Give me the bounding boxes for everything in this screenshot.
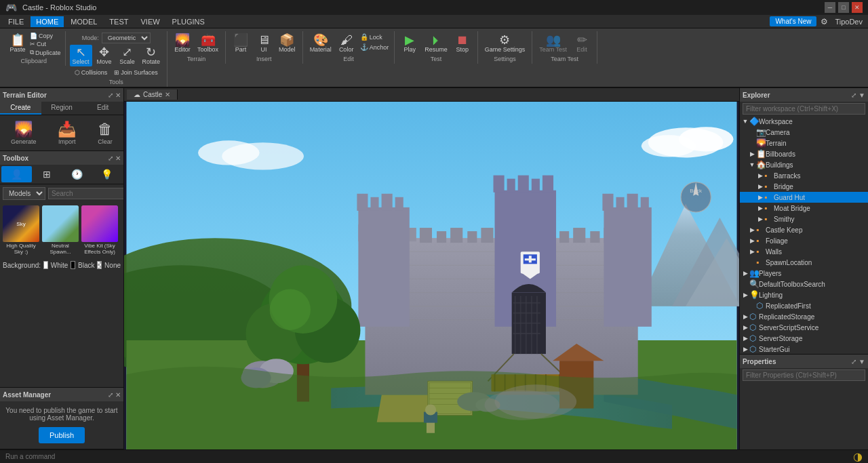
tree-castle-keep[interactable]: ▶ ▪ Castle Keep xyxy=(740,224,868,235)
minimize-button[interactable]: ─ xyxy=(825,2,835,13)
rep-storage-toggle[interactable]: ▶ xyxy=(741,313,749,320)
terrain-generate-button[interactable]: 🌄 Generate xyxy=(11,121,37,145)
model-button[interactable]: 📦 Model xyxy=(276,33,298,54)
foliage-toggle[interactable]: ▶ xyxy=(748,237,756,244)
toolbox-search-input[interactable] xyxy=(48,188,123,199)
join-surfaces-button[interactable]: ⊞ Join Surfaces xyxy=(111,68,161,77)
toolbox-float-icon[interactable]: ⤢ xyxy=(108,155,113,162)
play-button[interactable]: ▶ Play xyxy=(399,33,420,54)
toolbox-category-select[interactable]: Models xyxy=(3,187,45,200)
tree-billboards[interactable]: ▶ 📋 Billboards xyxy=(740,148,868,159)
collisions-button[interactable]: ⬡ Collisions xyxy=(72,68,111,77)
anchor-button[interactable]: ⚓ Anchor xyxy=(359,43,391,52)
menu-model[interactable]: MODEL xyxy=(65,16,102,27)
menu-home[interactable]: HOME xyxy=(31,16,64,27)
properties-collapse-icon[interactable]: ▼ xyxy=(859,358,865,365)
move-button[interactable]: ✥ Move xyxy=(94,45,115,66)
menu-test[interactable]: TEST xyxy=(104,16,134,27)
edit-team-button[interactable]: ✏ Edit xyxy=(571,33,593,54)
paste-button[interactable]: 📋 Paste xyxy=(7,33,28,56)
castle-scene[interactable]: Back xyxy=(124,102,739,449)
bg-none-swatch[interactable] xyxy=(97,261,102,269)
billboards-toggle[interactable]: ▶ xyxy=(748,150,756,157)
tree-camera[interactable]: 📷 Camera xyxy=(740,127,868,138)
whats-new-button[interactable]: What's New xyxy=(770,16,816,26)
team-test-button[interactable]: 👥 Team Test xyxy=(536,33,570,54)
maximize-button[interactable]: □ xyxy=(838,2,849,13)
bridge-toggle[interactable]: ▶ xyxy=(756,183,764,190)
terrain-editor-button[interactable]: 🌄 Editor xyxy=(172,33,193,54)
model-card-1[interactable]: Neutral Spawn... xyxy=(42,205,79,256)
resume-button[interactable]: ⏵ Resume xyxy=(422,33,450,54)
tree-moat-bridge[interactable]: ▶ ▪ Moat Bridge xyxy=(740,203,868,214)
terrain-tab-edit[interactable]: Edit xyxy=(82,102,123,115)
starter-gui-toggle[interactable]: ▶ xyxy=(741,346,749,353)
players-toggle[interactable]: ▶ xyxy=(741,270,749,277)
cut-button[interactable]: ✂Cut xyxy=(30,41,61,47)
lock-button[interactable]: 🔒 Lock xyxy=(359,33,391,41)
tree-buildings[interactable]: ▼ 🏠 Buildings xyxy=(740,159,868,170)
menu-view[interactable]: VIEW xyxy=(135,16,165,27)
color-button[interactable]: 🖌 Color xyxy=(336,33,357,54)
smithy-toggle[interactable]: ▶ xyxy=(756,216,764,222)
tree-replicated-first[interactable]: ⬡ ReplicatedFirst xyxy=(740,300,868,311)
tree-starter-gui[interactable]: ▶ ⬡ StarterGui xyxy=(740,344,868,354)
terrain-float-icon[interactable]: ⤢ xyxy=(108,92,113,99)
select-button[interactable]: ↖ Select xyxy=(70,45,92,66)
walls-toggle[interactable]: ▶ xyxy=(748,248,756,255)
terrain-tab-region[interactable]: Region xyxy=(41,102,83,115)
stop-button[interactable]: ⏹ Stop xyxy=(452,33,473,54)
viewport-tab-close[interactable]: ✕ xyxy=(165,91,170,98)
explorer-search-input[interactable] xyxy=(743,103,865,115)
tree-default-toolbox[interactable]: 🔍 DefaultToolboxSearch xyxy=(740,279,868,289)
tree-server-storage[interactable]: ▶ ⬡ ServerStorage xyxy=(740,333,868,344)
terrain-import-button[interactable]: 📥 Import xyxy=(58,121,76,145)
tree-barracks[interactable]: ▶ ▪ Barracks xyxy=(740,170,868,181)
explorer-collapse-icon[interactable]: ▼ xyxy=(859,92,865,99)
terrain-close-icon[interactable]: ✕ xyxy=(115,92,121,99)
tree-workspace[interactable]: ▼ 🔷 Workspace xyxy=(740,116,868,127)
toolbox-nav-recent[interactable]: 👤 xyxy=(1,166,32,182)
tree-spawn[interactable]: ▪ SpawnLocation xyxy=(740,257,868,268)
mode-select[interactable]: Geometric xyxy=(102,33,151,43)
viewport[interactable]: ☁ Castle ✕ xyxy=(124,88,739,449)
tree-walls[interactable]: ▶ ▪ Walls xyxy=(740,246,868,257)
toolbox-nav-starred[interactable]: 💡 xyxy=(92,166,123,182)
model-card-0[interactable]: Sky High Quality Sky :) xyxy=(3,205,39,256)
tree-terrain[interactable]: 🌄 Terrain xyxy=(740,138,868,148)
barracks-toggle[interactable]: ▶ xyxy=(756,172,764,179)
terrain-clear-button[interactable]: 🗑 Clear xyxy=(98,121,113,145)
properties-search-input[interactable] xyxy=(743,369,865,381)
command-input[interactable] xyxy=(5,453,853,460)
viewport-tab-castle[interactable]: ☁ Castle ✕ xyxy=(127,89,178,100)
scale-button[interactable]: ⤢ Scale xyxy=(117,45,138,66)
tree-lighting[interactable]: ▶ 💡 Lighting xyxy=(740,289,868,300)
menu-plugins[interactable]: PLUGINS xyxy=(167,16,210,27)
tree-smithy[interactable]: ▶ ▪ Smithy xyxy=(740,214,868,224)
tree-bridge[interactable]: ▶ ▪ Bridge xyxy=(740,181,868,192)
tree-foliage[interactable]: ▶ ▪ Foliage xyxy=(740,235,868,246)
duplicate-button[interactable]: ⧉Duplicate xyxy=(30,49,61,56)
moat-bridge-toggle[interactable]: ▶ xyxy=(756,205,764,212)
explorer-float-icon[interactable]: ⤢ xyxy=(851,92,856,99)
bg-white-swatch[interactable] xyxy=(43,261,48,269)
asset-close-icon[interactable]: ✕ xyxy=(115,391,121,399)
terrain-toolbox-button[interactable]: 🧰 Toolbox xyxy=(195,33,221,54)
castle-keep-toggle[interactable]: ▶ xyxy=(748,226,756,233)
tree-guard-hut[interactable]: ▶ ▪ Guard Hut xyxy=(740,192,868,203)
settings-icon[interactable]: ⚙ xyxy=(821,17,828,26)
menu-file[interactable]: FILE xyxy=(3,16,29,27)
toolbox-nav-grid[interactable]: ⊞ xyxy=(32,166,62,182)
game-settings-button[interactable]: ⚙ Game Settings xyxy=(482,33,528,54)
toolbox-close-icon[interactable]: ✕ xyxy=(115,155,121,162)
guard-hut-toggle[interactable]: ▶ xyxy=(756,194,764,201)
model-card-2[interactable]: Vibe Kit (Sky Effects Only) xyxy=(81,205,118,256)
ui-button[interactable]: 🖥 UI xyxy=(253,33,275,54)
workspace-toggle[interactable]: ▼ xyxy=(741,118,749,125)
lighting-toggle[interactable]: ▶ xyxy=(741,291,749,298)
material-button[interactable]: 🎨 Material xyxy=(307,33,334,54)
tree-players[interactable]: ▶ 👥 Players xyxy=(740,268,868,279)
asset-float-icon[interactable]: ⤢ xyxy=(108,391,113,399)
terrain-tab-create[interactable]: Create xyxy=(0,102,41,115)
rotate-button[interactable]: ↻ Rotate xyxy=(140,45,163,66)
